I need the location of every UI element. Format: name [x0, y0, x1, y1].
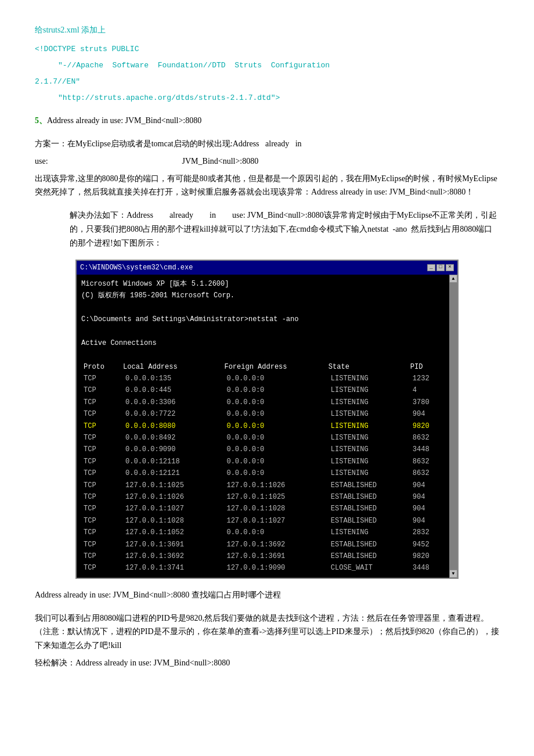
- cmd-cell-16-3: CLOSE_WAIT: [326, 562, 408, 574]
- cmd-line1: Microsoft Windows XP [版本 5.1.2600]: [81, 278, 445, 290]
- cmd-cell-1-0: TCP: [81, 384, 121, 396]
- cmd-table-row: TCP0.0.0.0:121210.0.0.0:0LISTENING8632: [81, 467, 445, 479]
- solution-para2: use: JVM_Bind<null>:8080: [35, 154, 499, 168]
- cmd-cell-13-1: 127.0.0.1:1052: [121, 527, 222, 538]
- final-section: 我们可以看到占用8080端口进程的PID号是9820,然后我们要做的就是去找到这…: [35, 611, 499, 670]
- cmd-table-row: TCP127.0.0.1:3741127.0.0.1:9090CLOSE_WAI…: [81, 562, 445, 574]
- cmd-body: Microsoft Windows XP [版本 5.1.2600] (C) 版…: [77, 275, 449, 578]
- cmd-cell-0-4: 1232: [408, 373, 445, 384]
- cmd-cell-6-4: 3448: [408, 444, 445, 455]
- cmd-cell-8-4: 8632: [408, 467, 445, 479]
- cmd-table-row: TCP127.0.0.1:3691127.0.0.1:3692ESTABLISH…: [81, 539, 445, 550]
- cmd-cell-4-1: 0.0.0.0:8080: [121, 420, 222, 432]
- cmd-body-outer: Microsoft Windows XP [版本 5.1.2600] (C) 版…: [77, 275, 457, 578]
- cmd-cell-1-2: 0.0.0.0:0: [222, 384, 326, 396]
- cmd-cell-8-3: LISTENING: [326, 467, 408, 479]
- maximize-button[interactable]: □: [436, 264, 445, 271]
- cmd-cell-5-2: 0.0.0.0:0: [222, 432, 326, 444]
- cmd-cell-13-0: TCP: [81, 527, 121, 538]
- cmd-table-row: TCP127.0.0.1:3692127.0.0.1:3691ESTABLISH…: [81, 550, 445, 562]
- cmd-cell-11-0: TCP: [81, 503, 121, 514]
- cmd-cell-2-1: 0.0.0.0:3306: [121, 397, 222, 408]
- cmd-cell-5-1: 0.0.0.0:8492: [121, 432, 222, 444]
- cmd-cell-0-0: TCP: [81, 373, 121, 384]
- doctype-line1: <!DOCTYPE struts PUBLIC: [35, 43, 499, 56]
- cmd-cell-14-0: TCP: [81, 539, 121, 550]
- cmd-cell-16-4: 3448: [408, 562, 445, 574]
- cmd-table-row: TCP0.0.0.0:33060.0.0.0:0LISTENING3780: [81, 397, 445, 408]
- col-state: State: [326, 361, 408, 373]
- cmd-cell-3-3: LISTENING: [326, 408, 408, 420]
- solution-indent-section: 解决办法如下：Address already in use: JVM_Bind<…: [35, 208, 499, 250]
- cmd-cell-7-1: 0.0.0.0:12118: [121, 456, 222, 467]
- cmd-cell-7-3: LISTENING: [326, 456, 408, 467]
- cmd-scrollbar[interactable]: ▲ ▼: [449, 275, 457, 578]
- cmd-table-body: TCP0.0.0.0:1350.0.0.0:0LISTENING1232TCP0…: [81, 373, 445, 574]
- cmd-cell-3-2: 0.0.0.0:0: [222, 408, 326, 420]
- cmd-cell-2-4: 3780: [408, 397, 445, 408]
- cmd-cell-9-0: TCP: [81, 480, 121, 491]
- cmd-cell-0-1: 0.0.0.0:135: [121, 373, 222, 384]
- cmd-line6: Active Connections: [81, 337, 445, 349]
- cmd-cell-15-3: ESTABLISHED: [326, 550, 408, 562]
- cmd-cell-3-4: 904: [408, 408, 445, 420]
- cmd-cell-16-1: 127.0.0.1:3741: [121, 562, 222, 574]
- cmd-cell-0-3: LISTENING: [326, 373, 408, 384]
- cmd-table-row: TCP0.0.0.0:121180.0.0.0:0LISTENING8632: [81, 456, 445, 467]
- cmd-cell-14-4: 9452: [408, 539, 445, 550]
- cmd-table-row: TCP127.0.0.1:10520.0.0.0:0LISTENING2832: [81, 527, 445, 538]
- close-button[interactable]: ×: [446, 264, 454, 271]
- scroll-up-button[interactable]: ▲: [449, 275, 457, 283]
- cmd-cell-11-3: ESTABLISHED: [326, 503, 408, 514]
- cmd-cell-7-4: 8632: [408, 456, 445, 467]
- cmd-cell-6-2: 0.0.0.0:0: [222, 444, 326, 455]
- cmd-cell-14-1: 127.0.0.1:3691: [121, 539, 222, 550]
- cmd-cell-0-2: 0.0.0.0:0: [222, 373, 326, 384]
- scroll-track: [449, 283, 457, 570]
- cmd-table-header: Proto Local Address Foreign Address Stat…: [81, 361, 445, 373]
- cmd-cell-8-2: 0.0.0.0:0: [222, 467, 326, 479]
- cmd-cell-15-0: TCP: [81, 550, 121, 562]
- cmd-line5: [81, 326, 445, 337]
- section5-block: 5、Address already in use: JVM_Bind<null>…: [35, 114, 499, 128]
- cmd-cell-10-4: 904: [408, 491, 445, 503]
- cmd-table: Proto Local Address Foreign Address Stat…: [81, 361, 445, 574]
- cmd-cell-8-0: TCP: [81, 467, 121, 479]
- cmd-cell-15-4: 9820: [408, 550, 445, 562]
- minimize-button[interactable]: _: [427, 264, 435, 271]
- cmd-cell-2-2: 0.0.0.0:0: [222, 397, 326, 408]
- doctype-section: <!DOCTYPE struts PUBLIC "-//Apache Softw…: [35, 43, 499, 105]
- cmd-table-row: TCP127.0.0.1:1026127.0.0.1:1025ESTABLISH…: [81, 491, 445, 503]
- cmd-cell-12-4: 904: [408, 515, 445, 527]
- cmd-cell-10-1: 127.0.0.1:1026: [121, 491, 222, 503]
- cmd-cell-10-3: ESTABLISHED: [326, 491, 408, 503]
- cmd-cell-4-4: 9820: [408, 420, 445, 432]
- solution-para3: 出现该异常,这里的8080是你的端口，有可能是80或者其他，但是都是一个原因引起…: [35, 172, 499, 200]
- cmd-line7: [81, 349, 445, 361]
- doctype-line4: "http://struts.apache.org/dtds/struts-2.…: [58, 92, 499, 105]
- cmd-cell-4-2: 0.0.0.0:0: [222, 420, 326, 432]
- col-foreign: Foreign Address: [222, 361, 326, 373]
- cmd-cell-12-3: ESTABLISHED: [326, 515, 408, 527]
- cmd-cell-12-2: 127.0.0.1:1027: [222, 515, 326, 527]
- cmd-cell-6-3: LISTENING: [326, 444, 408, 455]
- cmd-cell-15-2: 127.0.0.1:3691: [222, 550, 326, 562]
- cmd-cell-1-3: LISTENING: [326, 384, 408, 396]
- cmd-cell-9-4: 904: [408, 480, 445, 491]
- cmd-cell-15-1: 127.0.0.1:3692: [121, 550, 222, 562]
- cmd-content: Microsoft Windows XP [版本 5.1.2600] (C) 版…: [77, 275, 449, 578]
- cmd-cell-2-0: TCP: [81, 397, 121, 408]
- cmd-cell-4-0: TCP: [81, 420, 121, 432]
- cmd-cell-2-3: LISTENING: [326, 397, 408, 408]
- intro-line: 给struts2.xml 添加上: [35, 23, 499, 37]
- cmd-cell-11-1: 127.0.0.1:1027: [121, 503, 222, 514]
- cmd-cell-12-0: TCP: [81, 515, 121, 527]
- cmd-cell-11-2: 127.0.0.1:1028: [222, 503, 326, 514]
- cmd-cell-3-0: TCP: [81, 408, 121, 420]
- cmd-line3: [81, 302, 445, 314]
- scroll-down-button[interactable]: ▼: [449, 570, 457, 578]
- cmd-cell-13-4: 2832: [408, 527, 445, 538]
- cmd-cell-5-0: TCP: [81, 432, 121, 444]
- cmd-cell-4-3: LISTENING: [326, 420, 408, 432]
- cmd-table-row: TCP0.0.0.0:90900.0.0.0:0LISTENING3448: [81, 444, 445, 455]
